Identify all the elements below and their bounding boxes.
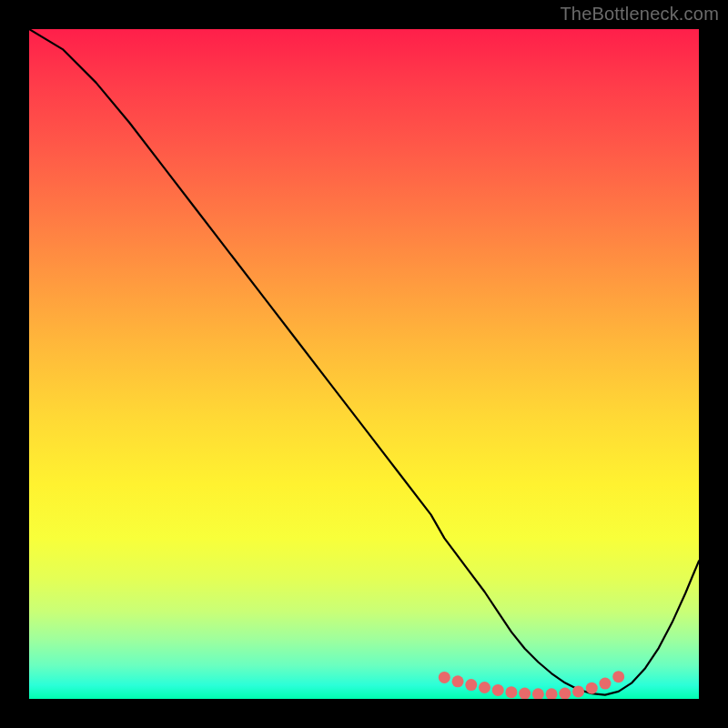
plot-area <box>29 29 699 699</box>
highlight-dot <box>546 688 558 699</box>
highlight-dot <box>612 671 624 682</box>
chart-overlay <box>29 29 699 699</box>
highlight-dot <box>572 685 584 697</box>
highlight-dot <box>452 675 464 687</box>
watermark-text: TheBottleneck.com <box>560 4 719 25</box>
highlight-dot <box>465 679 477 691</box>
highlight-dot <box>439 672 450 683</box>
highlight-dot <box>519 688 531 699</box>
highlight-dot <box>586 682 598 694</box>
highlight-dot <box>479 682 490 693</box>
highlight-dot <box>505 686 517 698</box>
highlight-dot <box>599 678 611 690</box>
highlight-dot <box>559 688 571 699</box>
bottleneck-curve <box>29 29 699 695</box>
highlight-dot <box>492 684 504 696</box>
highlight-dot <box>532 688 544 699</box>
chart-container: TheBottleneck.com <box>0 0 728 728</box>
